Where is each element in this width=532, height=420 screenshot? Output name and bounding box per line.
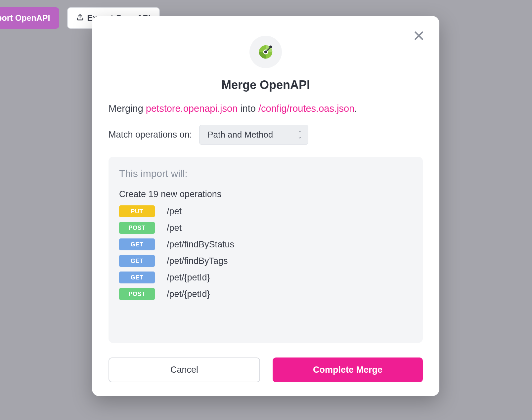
source-file: petstore.openapi.json: [146, 103, 238, 114]
complete-merge-button[interactable]: Complete Merge: [273, 357, 423, 382]
modal-title: Merge OpenAPI: [109, 78, 423, 92]
svg-point-7: [269, 46, 272, 48]
method-badge: POST: [119, 288, 155, 300]
desc-suffix: .: [354, 103, 357, 114]
desc-prefix: Merging: [109, 103, 146, 114]
operation-path: /pet: [167, 206, 182, 217]
target-file: /config/routes.oas.json: [258, 103, 354, 114]
create-operations-count: Create 19 new operations: [119, 189, 412, 199]
method-badge: PUT: [119, 205, 155, 217]
chevron-up-down-icon: ⌃⌃: [298, 132, 302, 138]
operation-row: POST/pet/{petId}: [119, 288, 412, 300]
operation-path: /pet/findByStatus: [167, 239, 234, 250]
upload-icon: [76, 13, 84, 23]
method-badge: GET: [119, 272, 155, 283]
modal-footer: Cancel Complete Merge: [109, 357, 423, 382]
logo-container: [109, 36, 423, 68]
import-summary-panel: This import will: Create 19 new operatio…: [109, 157, 423, 343]
method-badge: GET: [119, 255, 155, 267]
panel-header: This import will:: [119, 168, 412, 179]
import-openapi-button[interactable]: mport OpenAPI: [0, 7, 59, 29]
operation-row: GET/pet/findByStatus: [119, 238, 412, 250]
select-value: Path and Method: [207, 130, 273, 140]
operation-path: /pet/{petId}: [167, 289, 210, 299]
operation-row: GET/pet/{petId}: [119, 272, 412, 283]
cancel-button[interactable]: Cancel: [109, 357, 260, 382]
method-badge: POST: [119, 222, 155, 234]
merge-openapi-modal: Merge OpenAPI Merging petstore.openapi.j…: [92, 16, 439, 396]
close-icon[interactable]: [413, 30, 425, 42]
match-operations-select[interactable]: Path and Method ⌃⌃: [199, 125, 308, 145]
merge-description: Merging petstore.openapi.json into /conf…: [109, 103, 423, 114]
operation-path: /pet: [167, 223, 182, 233]
operation-path: /pet/findByTags: [167, 256, 228, 266]
method-badge: GET: [119, 238, 155, 250]
match-operations-row: Match operations on: Path and Method ⌃⌃: [109, 125, 423, 145]
match-label: Match operations on:: [109, 130, 192, 140]
operation-row: PUT/pet: [119, 205, 412, 217]
logo-icon: [249, 36, 282, 68]
operation-row: POST/pet: [119, 222, 412, 234]
desc-middle: into: [238, 103, 258, 114]
operation-row: GET/pet/findByTags: [119, 255, 412, 267]
operations-list: PUT/petPOST/petGET/pet/findByStatusGET/p…: [119, 205, 412, 300]
operation-path: /pet/{petId}: [167, 273, 210, 283]
